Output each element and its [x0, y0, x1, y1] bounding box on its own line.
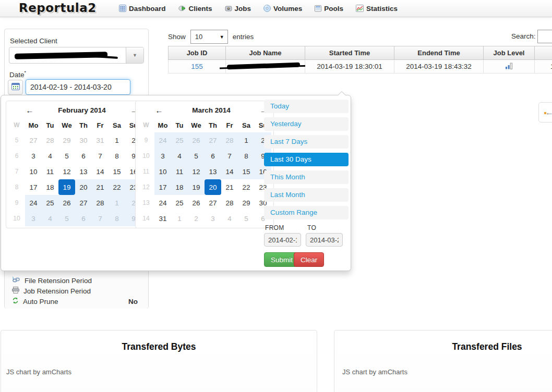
day-cell[interactable]: 5	[188, 148, 205, 164]
range-option-today[interactable]: Today	[264, 100, 349, 113]
prev-month-icon[interactable]: ←	[22, 106, 38, 115]
nav-item-jobs[interactable]: Jobs	[225, 5, 251, 13]
day-cell[interactable]: 15	[238, 164, 255, 179]
day-cell[interactable]: 27	[205, 132, 221, 148]
day-cell[interactable]: 11	[42, 164, 58, 179]
day-cell[interactable]: 31	[154, 211, 171, 226]
column-header-endend-time[interactable]: Endend Time	[394, 46, 484, 60]
nav-item-volumes[interactable]: Volumes	[263, 5, 302, 13]
day-cell[interactable]: 14	[221, 164, 238, 179]
day-cell[interactable]: 12	[188, 164, 205, 179]
date-range-input[interactable]	[26, 79, 130, 95]
calendar-button[interactable]	[8, 80, 23, 95]
day-cell[interactable]: 30	[75, 132, 92, 148]
day-cell[interactable]: 27	[75, 195, 92, 211]
day-cell[interactable]: 3	[25, 211, 42, 226]
day-cell[interactable]: 10	[154, 164, 171, 179]
day-cell[interactable]: 17	[25, 179, 42, 195]
day-cell[interactable]: 22	[109, 179, 125, 195]
day-cell[interactable]: 5	[58, 211, 75, 226]
day-cell[interactable]: 25	[42, 195, 58, 211]
day-cell[interactable]: 3	[205, 211, 221, 226]
brand-logo[interactable]: Reportula2	[19, 1, 97, 15]
day-cell[interactable]: 24	[154, 132, 171, 148]
day-cell[interactable]: 4	[42, 211, 58, 226]
day-cell[interactable]: 5	[58, 148, 75, 164]
day-cell[interactable]: 27	[205, 195, 221, 211]
day-cell[interactable]: 29	[238, 195, 255, 211]
day-cell[interactable]: 11	[171, 164, 188, 179]
day-cell[interactable]: 20	[75, 179, 92, 195]
range-option-this-month[interactable]: This Month	[264, 170, 349, 184]
client-select[interactable]: ▼	[9, 47, 144, 64]
day-cell[interactable]: 3	[25, 148, 42, 164]
day-cell[interactable]: 28	[221, 132, 238, 148]
day-cell[interactable]: 8	[238, 148, 255, 164]
nav-item-clients[interactable]: Clients	[178, 5, 212, 13]
day-cell[interactable]: 1	[238, 132, 255, 148]
search-input[interactable]	[537, 30, 552, 43]
day-cell[interactable]: 22	[238, 179, 255, 195]
range-option-custom-range[interactable]: Custom Range	[264, 206, 349, 219]
day-cell[interactable]: 5	[238, 211, 255, 226]
day-cell[interactable]: 6	[75, 148, 92, 164]
to-input[interactable]	[306, 233, 343, 247]
range-option-yesterday[interactable]: Yesterday	[264, 117, 349, 131]
day-cell[interactable]: 19	[58, 179, 75, 195]
nav-item-pools[interactable]: Pools	[315, 5, 343, 13]
page-size-select[interactable]: 10 ▼	[190, 30, 228, 44]
range-option-last-30-days[interactable]: Last 30 Days	[264, 153, 349, 166]
day-cell[interactable]: 4	[221, 211, 238, 226]
day-cell[interactable]: 2	[188, 211, 205, 226]
from-input[interactable]	[264, 233, 301, 247]
day-cell[interactable]: 25	[171, 132, 188, 148]
day-cell[interactable]: 21	[221, 179, 238, 195]
day-cell[interactable]: 13	[75, 164, 92, 179]
nav-item-dashboard[interactable]: Dashboard	[119, 5, 166, 13]
day-cell[interactable]: 27	[25, 132, 42, 148]
day-cell[interactable]: 28	[42, 132, 58, 148]
day-cell[interactable]: 24	[25, 195, 42, 211]
day-cell[interactable]: 18	[42, 179, 58, 195]
day-cell[interactable]: 26	[58, 195, 75, 211]
clear-button[interactable]: Clear	[294, 252, 324, 267]
day-cell[interactable]: 24	[154, 195, 171, 211]
day-cell[interactable]: 26	[188, 195, 205, 211]
day-cell[interactable]: 13	[205, 164, 221, 179]
prev-month-icon[interactable]: ←	[151, 106, 167, 115]
day-cell[interactable]: 3	[154, 148, 171, 164]
day-cell[interactable]: 31	[92, 132, 109, 148]
day-cell[interactable]: 15	[109, 164, 125, 179]
day-cell[interactable]: 20	[205, 179, 221, 195]
column-header-b[interactable]: B	[535, 46, 552, 60]
day-cell[interactable]: 7	[92, 148, 109, 164]
job-id-link[interactable]: 155	[191, 63, 203, 70]
prev-arrow-icon[interactable]: ←	[545, 108, 552, 117]
day-cell[interactable]: 8	[109, 148, 125, 164]
day-cell[interactable]: 1	[109, 195, 125, 211]
day-cell[interactable]: 1	[109, 132, 125, 148]
day-cell[interactable]: 6	[75, 211, 92, 226]
day-cell[interactable]: 18	[171, 179, 188, 195]
day-cell[interactable]: 21	[92, 179, 109, 195]
day-cell[interactable]: 10	[25, 164, 42, 179]
day-cell[interactable]: 1	[171, 211, 188, 226]
day-cell[interactable]: 7	[221, 148, 238, 164]
day-cell[interactable]: 28	[221, 195, 238, 211]
column-header-job-level[interactable]: Job Level	[484, 46, 535, 60]
day-cell[interactable]: 28	[92, 195, 109, 211]
day-cell[interactable]: 7	[92, 211, 109, 226]
day-cell[interactable]: 17	[154, 179, 171, 195]
range-option-last-7-days[interactable]: Last 7 Days	[264, 135, 349, 149]
day-cell[interactable]: 26	[188, 132, 205, 148]
column-header-job-id[interactable]: Job ID	[168, 46, 226, 60]
day-cell[interactable]: 4	[42, 148, 58, 164]
nav-item-statistics[interactable]: Statistics	[356, 5, 398, 13]
day-cell[interactable]: 29	[58, 132, 75, 148]
day-cell[interactable]: 8	[109, 211, 125, 226]
column-header-started-time[interactable]: Started Time	[305, 46, 394, 60]
range-option-last-month[interactable]: Last Month	[264, 188, 349, 202]
column-header-job-name[interactable]: Job Name	[226, 46, 305, 60]
day-cell[interactable]: 14	[92, 164, 109, 179]
day-cell[interactable]: 4	[171, 148, 188, 164]
